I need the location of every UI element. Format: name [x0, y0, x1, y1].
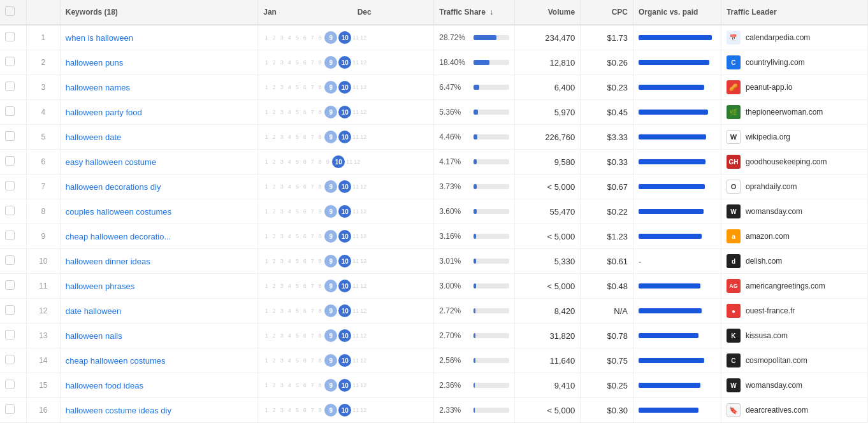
share-bar-bg-7 [474, 209, 509, 214]
keyword-link-14[interactable]: halloween food ideas [66, 381, 143, 390]
row-num-0: 1 [26, 25, 60, 50]
trend-bubble-9: 9 [324, 106, 337, 118]
trend-num-1: 1 [263, 109, 270, 115]
trend-num-12: 12 [360, 183, 366, 190]
row-trend-14: 123456789101112 [258, 373, 434, 398]
keyword-link-11[interactable]: date halloween [66, 306, 121, 316]
row-share-11: 2.72% [434, 299, 514, 324]
organic-bar-5 [639, 159, 705, 164]
trend-num-6: 6 [301, 208, 308, 215]
row-trend-7: 123456789101112 [258, 199, 434, 224]
share-bar-bg-0 [474, 35, 509, 40]
share-pct-4: 4.46% [439, 132, 470, 141]
row-checkbox-4[interactable] [5, 131, 15, 141]
row-leader-5: GH goodhousekeeping.com [721, 150, 867, 175]
organic-bar-1 [639, 60, 709, 65]
keyword-link-8[interactable]: cheap halloween decoratio... [66, 232, 171, 241]
row-checkbox-15[interactable] [5, 404, 15, 414]
organic-bar-10 [639, 283, 700, 289]
row-organic-8 [633, 224, 721, 249]
keyword-link-12[interactable]: halloween nails [66, 331, 122, 341]
trend-num-1: 1 [263, 134, 270, 140]
row-check-8 [0, 224, 26, 249]
row-cpc-14: $0.25 [581, 373, 633, 398]
trend-bubble-9: 9 [324, 205, 337, 218]
share-bar-10 [474, 283, 475, 289]
trend-end-label: Dec [358, 8, 372, 17]
trend-bubble-10: 10 [332, 155, 345, 168]
trend-num-6: 6 [301, 34, 308, 41]
row-checkbox-7[interactable] [5, 206, 15, 215]
sort-arrow-icon[interactable]: ↓ [489, 8, 493, 17]
row-checkbox-3[interactable] [5, 106, 15, 116]
trend-num-5: 5 [294, 407, 300, 413]
row-checkbox-13[interactable] [5, 355, 15, 364]
keyword-link-1[interactable]: halloween puns [66, 58, 123, 68]
row-checkbox-6[interactable] [5, 181, 15, 190]
row-volume-11: 8,420 [514, 299, 580, 324]
keyword-link-10[interactable]: halloween phrases [66, 282, 134, 291]
leader-name-1: countryliving.com [746, 58, 805, 67]
row-checkbox-10[interactable] [5, 280, 15, 290]
keyword-link-7[interactable]: couples halloween costumes [66, 207, 171, 217]
row-check-5 [0, 150, 26, 175]
row-share-9: 3.01% [434, 249, 514, 274]
leader-icon-13: C [727, 353, 741, 367]
trend-num-4: 4 [286, 283, 293, 289]
row-checkbox-1[interactable] [5, 57, 15, 66]
row-cpc-8: $1.23 [581, 224, 633, 249]
trend-num-6: 6 [301, 59, 308, 66]
trend-num-12: 12 [360, 382, 366, 389]
share-bar-5 [474, 159, 477, 164]
table-row: 3 halloween names 123456789101112 6.47% … [0, 75, 868, 100]
trend-num-7: 7 [309, 34, 315, 41]
share-bar-7 [474, 209, 476, 214]
trend-num-12: 12 [360, 34, 366, 41]
row-share-2: 6.47% [434, 75, 514, 100]
share-bar-1 [474, 60, 489, 65]
row-cpc-3: $0.45 [581, 100, 633, 125]
row-leader-7: W womansday.com [721, 199, 867, 224]
trend-num-5: 5 [294, 59, 300, 66]
row-share-12: 2.70% [434, 324, 514, 348]
keyword-link-0[interactable]: when is halloween [66, 33, 133, 43]
row-num-2: 3 [26, 75, 60, 100]
trend-num-6: 6 [301, 283, 308, 289]
trend-num-5: 5 [294, 159, 300, 165]
row-leader-13: C cosmopolitan.com [721, 348, 867, 373]
row-share-5: 4.17% [434, 150, 514, 175]
leader-icon-3: 🌿 [727, 105, 741, 119]
trend-num-12: 12 [360, 357, 366, 364]
row-checkbox-8[interactable] [5, 231, 15, 240]
row-checkbox-14[interactable] [5, 380, 15, 389]
row-checkbox-5[interactable] [5, 156, 15, 166]
keyword-link-15[interactable]: halloween costume ideas diy [66, 406, 171, 415]
trend-num-4: 4 [286, 382, 293, 389]
trend-num-11: 11 [352, 258, 359, 264]
keyword-link-3[interactable]: halloween party food [66, 108, 142, 117]
row-checkbox-0[interactable] [5, 32, 15, 41]
keyword-link-6[interactable]: halloween decorations diy [66, 182, 161, 192]
row-checkbox-12[interactable] [5, 330, 15, 339]
row-check-15 [0, 398, 26, 423]
share-bar-2 [474, 85, 479, 90]
organic-bar-6 [639, 184, 705, 189]
keyword-link-4[interactable]: halloween date [66, 132, 121, 142]
keyword-link-5[interactable]: easy halloween costume [66, 157, 156, 167]
row-keyword-15: halloween costume ideas diy [60, 398, 257, 423]
keyword-link-13[interactable]: cheap halloween costumes [66, 356, 166, 366]
share-pct-7: 3.60% [439, 207, 470, 216]
row-checkbox-11[interactable] [5, 305, 15, 315]
row-checkbox-2[interactable] [5, 82, 15, 91]
table-row: 6 easy halloween costume 123456789101112… [0, 150, 868, 175]
row-num-11: 12 [26, 299, 60, 324]
keyword-link-9[interactable]: halloween dinner ideas [66, 257, 150, 266]
leader-icon-0: 📅 [727, 31, 741, 45]
trend-num-6: 6 [301, 407, 308, 413]
select-all-checkbox[interactable] [5, 6, 15, 16]
row-num-12: 13 [26, 324, 60, 348]
row-checkbox-9[interactable] [5, 255, 15, 265]
row-volume-7: 55,470 [514, 199, 580, 224]
trend-num-11: 11 [352, 332, 359, 339]
keyword-link-2[interactable]: halloween names [66, 83, 130, 92]
